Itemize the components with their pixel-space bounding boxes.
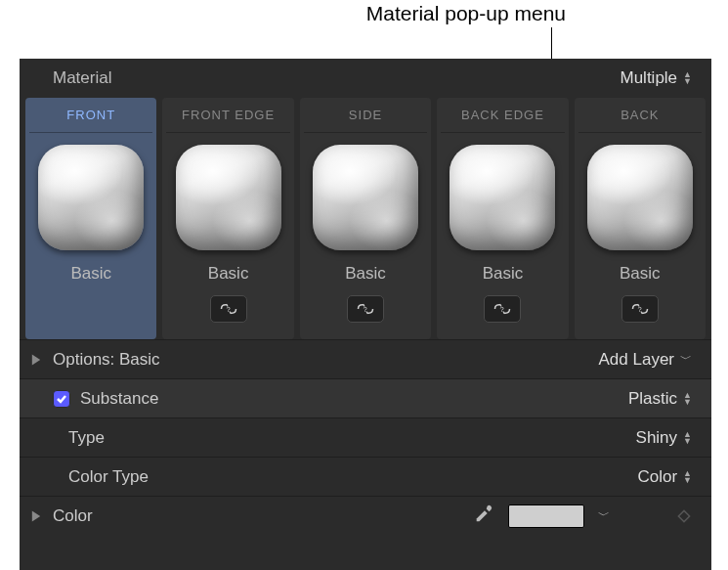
- keyframe-diamond[interactable]: [676, 508, 692, 524]
- broken-link-icon: ?: [492, 301, 512, 317]
- substance-checkbox[interactable]: [53, 390, 70, 408]
- svg-text:?: ?: [226, 305, 230, 314]
- substance-row: Substance Plastic ▲▼: [20, 378, 711, 417]
- material-inspector-panel: Material Multiple ▲▼ FRONT Basic FRONT E…: [20, 59, 711, 570]
- svg-marker-4: [32, 354, 40, 365]
- type-popup[interactable]: Shiny ▲▼: [636, 428, 692, 448]
- facet-card-back[interactable]: BACK Basic ?: [575, 98, 706, 339]
- svg-text:?: ?: [364, 305, 367, 314]
- facet-card-back-edge[interactable]: BACK EDGE Basic ?: [437, 98, 568, 339]
- material-facets-row: FRONT Basic FRONT EDGE Basic ? SIDE Basi…: [20, 98, 711, 339]
- facet-label: Basic: [208, 264, 249, 284]
- color-label: Color: [53, 506, 93, 526]
- svg-text:?: ?: [637, 305, 641, 314]
- broken-link-button[interactable]: ?: [210, 295, 247, 323]
- checkmark-icon: [56, 393, 67, 405]
- color-type-row: Color Type Color ▲▼: [20, 457, 711, 496]
- popup-updown-icon: ▲▼: [683, 71, 692, 85]
- broken-link-button[interactable]: ?: [484, 295, 521, 323]
- disclosure-triangle-icon[interactable]: [29, 353, 43, 367]
- popup-updown-icon: ▲▼: [683, 470, 692, 484]
- broken-link-button[interactable]: ?: [347, 295, 384, 323]
- svg-marker-5: [32, 510, 40, 521]
- facet-preview: [176, 145, 281, 250]
- facet-label: Basic: [620, 264, 661, 284]
- color-type-popup[interactable]: Color ▲▼: [637, 467, 692, 487]
- svg-text:?: ?: [500, 305, 504, 314]
- material-header-row: Material Multiple ▲▼: [20, 59, 711, 98]
- facet-card-front-edge[interactable]: FRONT EDGE Basic ?: [162, 98, 293, 339]
- type-label: Type: [68, 428, 105, 448]
- color-type-label: Color Type: [68, 467, 149, 487]
- type-value: Shiny: [636, 428, 678, 448]
- facet-label: Basic: [70, 264, 111, 284]
- facet-card-side[interactable]: SIDE Basic ?: [300, 98, 431, 339]
- svg-rect-6: [678, 510, 689, 521]
- options-row: Options: Basic Add Layer ﹀: [20, 339, 711, 378]
- facet-card-front[interactable]: FRONT Basic: [25, 98, 156, 339]
- disclosure-triangle-icon[interactable]: [29, 509, 43, 523]
- broken-link-icon: ?: [219, 301, 238, 317]
- facet-label: Basic: [483, 264, 524, 284]
- substance-popup[interactable]: Plastic ▲▼: [628, 389, 692, 409]
- facet-title: SIDE: [304, 98, 427, 133]
- facet-preview: [587, 145, 693, 250]
- substance-label: Substance: [80, 389, 158, 409]
- chevron-down-icon[interactable]: ﹀: [598, 507, 610, 524]
- facet-title: FRONT: [29, 98, 152, 133]
- material-popup-menu[interactable]: Multiple ▲▼: [620, 68, 692, 88]
- color-well[interactable]: [508, 504, 584, 528]
- popup-updown-icon: ▲▼: [683, 431, 692, 445]
- material-popup-value: Multiple: [620, 68, 677, 88]
- options-label: Options: Basic: [53, 350, 160, 370]
- facet-title: BACK EDGE: [441, 98, 564, 133]
- broken-link-icon: ?: [356, 301, 375, 317]
- material-parameters: Options: Basic Add Layer ﹀ Substance Pla…: [20, 339, 711, 535]
- add-layer-menu[interactable]: Add Layer ﹀: [599, 350, 693, 370]
- popup-updown-icon: ▲▼: [683, 392, 692, 406]
- facet-label: Basic: [345, 264, 386, 284]
- eyedropper-button[interactable]: [473, 504, 494, 528]
- broken-link-icon: ?: [630, 301, 650, 317]
- color-row: Color ﹀: [20, 496, 711, 535]
- annotation-callout-line: [551, 27, 552, 59]
- broken-link-button[interactable]: ?: [621, 295, 659, 323]
- chevron-down-icon: ﹀: [680, 351, 692, 368]
- type-row: Type Shiny ▲▼: [20, 417, 711, 457]
- eyedropper-icon: [473, 504, 494, 525]
- color-type-value: Color: [637, 467, 677, 487]
- annotation-callout-text: Material pop-up menu: [366, 2, 566, 25]
- substance-value: Plastic: [628, 389, 677, 409]
- spacer: [29, 392, 43, 406]
- material-header-label: Material: [53, 68, 620, 88]
- facet-preview: [38, 145, 144, 250]
- facet-title: BACK: [578, 98, 702, 133]
- add-layer-label: Add Layer: [599, 350, 675, 370]
- facet-preview: [450, 145, 555, 250]
- facet-title: FRONT EDGE: [166, 98, 289, 133]
- facet-preview: [313, 145, 418, 250]
